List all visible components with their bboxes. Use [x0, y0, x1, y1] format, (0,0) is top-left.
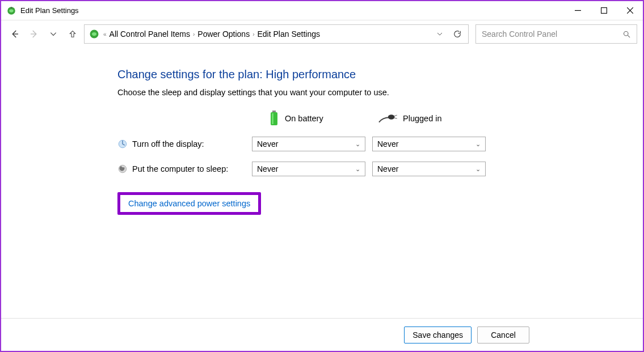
settings-grid: On battery Plugged in Turn off the displ… [117, 111, 643, 176]
button-label: Cancel [491, 330, 516, 340]
svg-rect-3 [601, 8, 607, 14]
window-title: Edit Plan Settings [20, 6, 79, 15]
svg-line-10 [628, 35, 630, 37]
select-value: Never [377, 139, 398, 149]
svg-rect-12 [271, 112, 277, 125]
save-button[interactable]: Save changes [404, 326, 472, 343]
sleep-battery-select[interactable]: Never ⌄ [252, 162, 365, 176]
minimize-button[interactable] [565, 1, 591, 20]
svg-line-15 [394, 115, 397, 116]
page-heading: Change settings for the plan: High perfo… [117, 68, 643, 81]
sleep-plugged-select[interactable]: Never ⌄ [372, 162, 486, 176]
breadcrumb-item[interactable]: Power Options [197, 29, 250, 39]
page-description: Choose the sleep and display settings th… [117, 88, 643, 97]
svg-rect-1 [11, 7, 12, 9]
svg-rect-11 [272, 111, 276, 112]
chevron-down-icon: ⌄ [355, 141, 360, 148]
button-label: Save changes [413, 330, 463, 340]
select-value: Never [257, 164, 278, 173]
search-input[interactable] [482, 29, 622, 39]
recent-locations-button[interactable] [45, 26, 61, 42]
column-label: On battery [285, 114, 323, 123]
breadcrumb-overflow-icon[interactable]: « [103, 31, 107, 37]
column-header-plugged: Plugged in [372, 113, 486, 124]
row-label-sleep: Put the computer to sleep: [117, 164, 245, 174]
chevron-right-icon[interactable]: › [252, 31, 254, 37]
battery-icon [269, 111, 279, 126]
advanced-power-settings-link[interactable]: Change advanced power settings [128, 199, 250, 208]
breadcrumb-item[interactable]: Edit Plan Settings [257, 29, 320, 39]
display-icon [117, 139, 128, 149]
column-header-battery: On battery [252, 111, 365, 126]
column-label: Plugged in [403, 114, 442, 123]
select-value: Never [257, 139, 278, 149]
search-box[interactable] [475, 24, 637, 44]
main-content: Change settings for the plan: High perfo… [1, 48, 643, 318]
display-plugged-select[interactable]: Never ⌄ [372, 137, 486, 151]
highlighted-region: Change advanced power settings [117, 192, 261, 215]
plug-icon [378, 113, 397, 124]
forward-button[interactable] [26, 26, 42, 42]
svg-point-9 [624, 31, 629, 36]
footer-bar: Save changes Cancel [1, 318, 643, 351]
control-panel-icon [88, 28, 100, 40]
address-bar[interactable]: « All Control Panel Items › Power Option… [84, 24, 469, 44]
close-button[interactable] [617, 1, 643, 20]
up-button[interactable] [65, 26, 81, 42]
chevron-right-icon[interactable]: › [193, 31, 195, 37]
back-button[interactable] [7, 26, 23, 42]
svg-point-14 [388, 114, 395, 119]
search-icon [622, 30, 631, 39]
row-text: Turn off the display: [132, 139, 204, 149]
cancel-button[interactable]: Cancel [477, 326, 529, 343]
chevron-down-icon: ⌄ [475, 141, 481, 148]
row-text: Put the computer to sleep: [132, 164, 228, 173]
svg-line-16 [394, 118, 397, 118]
maximize-button[interactable] [591, 1, 617, 20]
address-dropdown-button[interactable] [432, 27, 447, 41]
app-icon [6, 5, 17, 16]
title-bar: Edit Plan Settings [1, 1, 643, 20]
svg-rect-13 [272, 113, 273, 124]
sleep-icon [117, 164, 128, 174]
chevron-down-icon: ⌄ [355, 166, 360, 173]
select-value: Never [377, 164, 398, 173]
nav-bar: « All Control Panel Items › Power Option… [1, 20, 643, 48]
display-battery-select[interactable]: Never ⌄ [252, 137, 365, 151]
row-label-display: Turn off the display: [117, 139, 245, 149]
chevron-down-icon: ⌄ [475, 166, 481, 173]
refresh-button[interactable] [450, 27, 465, 41]
breadcrumb-item[interactable]: All Control Panel Items [110, 29, 190, 39]
